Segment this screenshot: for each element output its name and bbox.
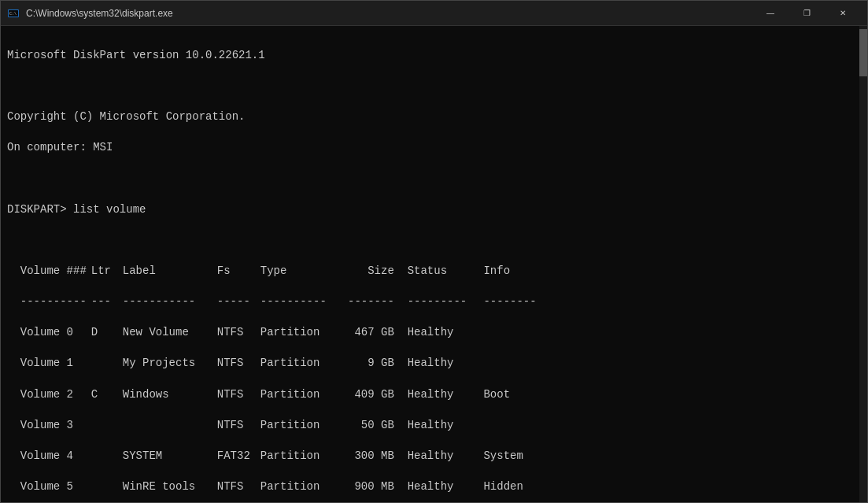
col-hdr-info: Info <box>483 264 510 277</box>
col-hdr-type: Type <box>260 264 331 279</box>
svg-text:C:\: C:\ <box>9 12 17 17</box>
col-hdr-volume: Volume ### <box>20 264 91 279</box>
terminal-output[interactable]: Microsoft DiskPart version 10.0.22621.1 … <box>1 26 859 502</box>
command-line: DISKPART> list volume <box>7 202 856 218</box>
col-hdr-ltr: Ltr <box>91 264 123 279</box>
copyright-line: Copyright (C) Microsoft Corporation. <box>7 109 856 125</box>
volume-row-2: Volume 2 C Windows NTFS Partition 409 GB… <box>7 387 856 403</box>
computer-line: On computer: MSI <box>7 140 856 156</box>
volume-row-3: Volume 3 NTFS Partition 50 GB Healthy <box>7 418 856 434</box>
terminal-area: Microsoft DiskPart version 10.0.22621.1 … <box>1 26 867 502</box>
minimize-button[interactable]: — <box>752 1 789 26</box>
volume-row-0: Volume 0 D New Volume NTFS Partition 467… <box>7 325 856 341</box>
titlebar: C:\ C:\Windows\system32\diskpart.exe — ❐… <box>1 1 867 26</box>
blank2 <box>7 171 856 187</box>
blank3 <box>7 233 856 249</box>
scrollbar[interactable] <box>859 26 867 502</box>
window-title: C:\Windows\system32\diskpart.exe <box>26 8 173 19</box>
table-divider: ----------------------------------------… <box>7 294 856 310</box>
window: C:\ C:\Windows\system32\diskpart.exe — ❐… <box>0 0 868 503</box>
volume-row-4: Volume 4 SYSTEM FAT32Partition 300 MB He… <box>7 449 856 464</box>
table-header: Volume ###LtrLabelFsTypeSize Status Info <box>7 264 856 279</box>
col-hdr-label: Label <box>123 264 217 279</box>
volume-row-1: Volume 1 My Projects NTFS Partition 9 GB… <box>7 356 856 372</box>
close-button[interactable]: ✕ <box>825 1 861 26</box>
titlebar-left: C:\ C:\Windows\system32\diskpart.exe <box>7 7 173 20</box>
app-icon: C:\ <box>7 7 20 20</box>
blank1 <box>7 79 856 94</box>
volume-row-5: Volume 5 WinRE tools NTFS Partition 900 … <box>7 479 856 495</box>
restore-button[interactable]: ❐ <box>789 1 825 26</box>
col-hdr-status: Status <box>408 264 471 279</box>
version-line: Microsoft DiskPart version 10.0.22621.1 <box>7 48 856 64</box>
scrollbar-thumb[interactable] <box>859 29 867 76</box>
titlebar-controls: — ❐ ✕ <box>752 1 861 26</box>
col-hdr-size: Size <box>331 264 394 279</box>
col-hdr-fs: Fs <box>217 264 260 279</box>
